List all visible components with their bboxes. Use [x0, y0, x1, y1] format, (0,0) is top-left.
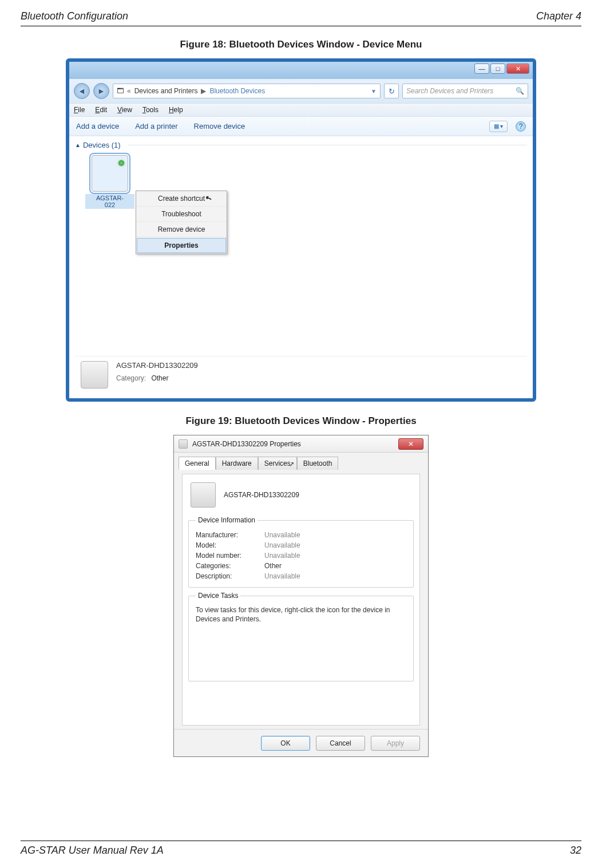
menu-file[interactable]: File — [74, 106, 85, 114]
ctx-create-shortcut[interactable]: Create shortcut — [136, 191, 227, 207]
search-icon: 🔍 — [516, 87, 524, 95]
device-tile[interactable]: AGSTAR- 022 Create shortcut Troubleshoot… — [85, 155, 134, 209]
header-right: Chapter 4 — [536, 10, 581, 22]
ok-button[interactable]: OK — [261, 736, 310, 751]
menu-edit[interactable]: Edit — [95, 106, 107, 114]
tab-bluetooth[interactable]: Bluetooth — [297, 457, 339, 470]
address-bar-row: ◄ ► 🗔 « Devices and Printers ▶ Bluetooth… — [69, 79, 533, 103]
back-button[interactable]: ◄ — [74, 83, 90, 99]
breadcrumb-sep: ▶ — [201, 87, 206, 95]
toolbar: Add a device Add a printer Remove device… — [69, 117, 533, 136]
footer-right: 32 — [570, 845, 581, 857]
info-model-value: Unavailable — [264, 541, 300, 549]
folder-icon: 🗔 — [117, 87, 124, 95]
properties-device-name: AGSTAR-DHD13302209 — [224, 491, 299, 499]
footer-rule — [21, 841, 581, 841]
properties-dialog: AGSTAR-DHD13302209 Properties ✕ General … — [173, 435, 429, 757]
details-device-name: AGSTAR-DHD13302209 — [116, 361, 198, 370]
menubar: File Edit View Tools Help — [69, 103, 533, 117]
info-categories-value: Other — [264, 562, 282, 570]
search-placeholder: Search Devices and Printers — [406, 87, 493, 95]
details-category-label: Category: — [116, 374, 146, 382]
search-input[interactable]: Search Devices and Printers 🔍 — [402, 84, 528, 98]
minimize-button[interactable]: — — [474, 64, 489, 74]
info-categories-label: Categories: — [196, 562, 264, 570]
dialog-footer: OK Cancel Apply — [174, 729, 428, 756]
devices-group-header[interactable]: ▲ Devices (1) — [75, 141, 527, 149]
details-category: Category: Other — [116, 374, 198, 382]
info-manufacturer-value: Unavailable — [264, 531, 300, 539]
info-model-label: Model: — [196, 541, 264, 549]
info-modelnumber-label: Model number: — [196, 552, 264, 560]
details-category-value: Other — [151, 374, 168, 382]
properties-device-icon — [191, 482, 216, 508]
window-titlebar[interactable]: — □ ✕ — [69, 62, 533, 79]
info-description-value: Unavailable — [264, 572, 300, 580]
device-info-legend: Device Information — [196, 516, 258, 524]
tab-services[interactable]: Services — [258, 457, 297, 470]
dialog-body: AGSTAR-DHD13302209 Device Information Ma… — [182, 474, 420, 726]
tab-hardware[interactable]: Hardware — [216, 457, 258, 470]
breadcrumb-dropdown-icon[interactable]: ▼ — [371, 88, 377, 94]
device-tasks-legend: Device Tasks — [196, 592, 240, 600]
device-tasks-group: Device Tasks To view tasks for this devi… — [188, 596, 414, 681]
breadcrumb-item-bluetooth[interactable]: Bluetooth Devices — [209, 87, 265, 95]
header-rule — [21, 26, 581, 26]
toolbar-add-device[interactable]: Add a device — [76, 122, 119, 130]
ctx-remove-device[interactable]: Remove device — [136, 222, 227, 237]
dialog-close-button[interactable]: ✕ — [398, 438, 423, 450]
device-icon — [92, 155, 128, 192]
context-menu: Create shortcut Troubleshoot Remove devi… — [136, 191, 227, 254]
footer-left: AG-STAR User Manual Rev 1A — [21, 845, 164, 857]
details-device-icon — [81, 361, 108, 389]
tab-strip: General Hardware Services Bluetooth — [179, 456, 423, 469]
header-left: Bluetooth Configuration — [21, 10, 128, 22]
ctx-properties[interactable]: Properties ↖ — [137, 238, 226, 253]
info-manufacturer-label: Manufacturer: — [196, 531, 264, 539]
collapse-icon[interactable]: ▲ — [75, 142, 81, 148]
group-divider — [128, 145, 527, 145]
menu-view[interactable]: View — [117, 106, 132, 114]
close-button[interactable]: ✕ — [506, 64, 529, 74]
menu-help[interactable]: Help — [169, 106, 183, 114]
menu-tools[interactable]: Tools — [142, 106, 159, 114]
cancel-button[interactable]: Cancel — [316, 736, 365, 751]
toolbar-add-printer[interactable]: Add a printer — [135, 122, 177, 130]
apply-button[interactable]: Apply — [371, 736, 420, 751]
dialog-title: AGSTAR-DHD13302209 Properties — [192, 440, 301, 448]
toolbar-remove-device[interactable]: Remove device — [194, 122, 245, 130]
figure19-caption: Figure 19: Bluetooth Devices Window - Pr… — [21, 415, 581, 427]
group-title: Devices (1) — [83, 141, 121, 149]
forward-button[interactable]: ► — [93, 83, 109, 99]
breadcrumb-item-devices[interactable]: Devices and Printers — [134, 87, 198, 95]
bluetooth-devices-window: — □ ✕ ◄ ► 🗔 « Devices and Printers ▶ Blu… — [66, 58, 536, 402]
device-label: AGSTAR- 022 — [85, 194, 134, 209]
refresh-button[interactable]: ↻ — [384, 84, 399, 98]
tab-general[interactable]: General — [179, 457, 216, 470]
maximize-button[interactable]: □ — [490, 64, 505, 74]
info-description-label: Description: — [196, 572, 264, 580]
device-tasks-text: To view tasks for this device, right-cli… — [196, 605, 406, 624]
dialog-icon — [179, 439, 188, 449]
breadcrumb[interactable]: 🗔 « Devices and Printers ▶ Bluetooth Dev… — [113, 84, 381, 98]
change-view-button[interactable]: ▦ ▾ — [489, 121, 508, 132]
content-area: ▲ Devices (1) AGSTAR- 022 Create shortcu… — [69, 136, 533, 398]
breadcrumb-chevron: « — [127, 87, 131, 95]
figure18-caption: Figure 18: Bluetooth Devices Window - De… — [21, 39, 581, 50]
device-information-group: Device Information Manufacturer:Unavaila… — [188, 520, 414, 588]
details-pane: AGSTAR-DHD13302209 Category: Other — [75, 356, 527, 395]
info-modelnumber-value: Unavailable — [264, 552, 300, 560]
help-icon[interactable]: ? — [516, 121, 526, 132]
ctx-troubleshoot[interactable]: Troubleshoot — [136, 207, 227, 222]
dialog-titlebar[interactable]: AGSTAR-DHD13302209 Properties ✕ — [174, 435, 428, 453]
